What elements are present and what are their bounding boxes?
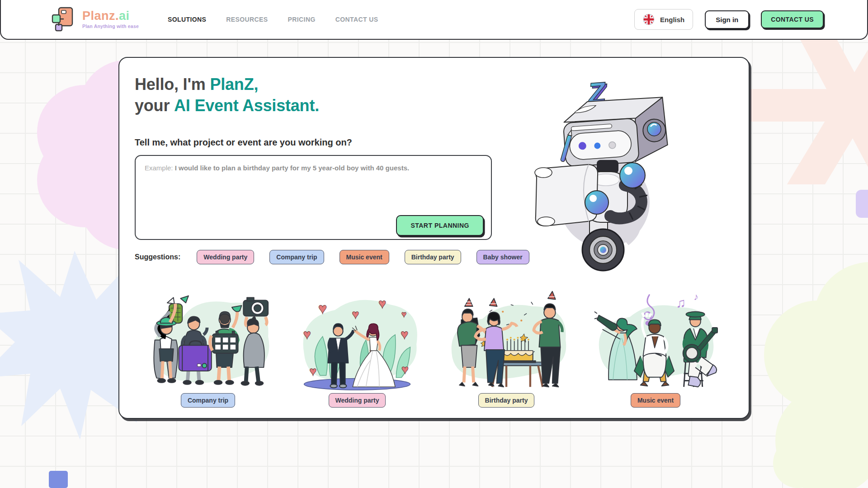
nav-item-solutions[interactable]: SOLUTIONS [168,16,206,23]
purple-pill-shape [856,190,868,218]
gallery-label-birthday-party[interactable]: Birthday party [478,393,535,408]
brand-tagline: Plan Anything with ease [82,23,139,29]
gallery-item-wedding-party[interactable]: ♥♥ ♥♥ ♥♥ ♥♥ ♥ [289,287,425,404]
event-gallery: Company trip ♥♥ ♥♥ ♥♥ ♥♥ [135,287,733,404]
music-event-illustration: ♫♪ [588,287,723,391]
svg-text:♥: ♥ [401,309,407,319]
suggestions-label: Suggestions: [135,253,180,261]
language-selector[interactable]: English [634,9,693,30]
wedding-party-illustration: ♥♥ ♥♥ ♥♥ ♥♥ ♥ [289,287,425,391]
contact-us-button[interactable]: CONTACT US [761,10,824,28]
suggestion-chip-company-trip[interactable]: Company trip [269,250,324,264]
brand-logo-icon [52,7,76,32]
nav-links: SOLUTIONS RESOURCES PRICING CONTACT US [168,16,378,23]
start-planning-button[interactable]: START PLANNING [396,215,484,236]
gallery-item-birthday-party[interactable]: Birthday party [439,287,574,404]
planz-robot-illustration: Z Z [521,67,702,279]
top-actions: English Sign in CONTACT US [634,9,824,30]
event-input-placeholder: Example: I would like to plan a birthday… [145,164,482,172]
suggestion-chip-wedding-party[interactable]: Wedding party [197,250,254,264]
peach-asterisk-shape [741,31,868,184]
gallery-item-music-event[interactable]: ♫♪ [588,287,723,404]
svg-text:♪: ♪ [693,291,698,302]
gallery-label-wedding-party[interactable]: Wedding party [329,393,386,408]
svg-text:♫: ♫ [676,295,686,310]
navbar: Planz.ai Plan Anything with ease SOLUTIO… [0,0,868,40]
company-trip-illustration [140,287,276,391]
suggestion-chip-birthday-party[interactable]: Birthday party [405,250,461,264]
hero-card: Hello, I'm PlanZ, your AI Event Assistan… [118,57,750,419]
language-label: English [660,16,684,23]
nav-item-contact-us[interactable]: CONTACT US [335,16,378,23]
gallery-label-company-trip[interactable]: Company trip [181,393,235,408]
svg-text:♥: ♥ [303,327,311,342]
svg-text:♥: ♥ [401,327,408,342]
nav-item-pricing[interactable]: PRICING [288,16,316,23]
gallery-item-company-trip[interactable]: Company trip [140,287,276,404]
blue-square-shape [49,471,68,488]
svg-text:♥: ♥ [378,296,386,311]
uk-flag-icon [643,14,655,25]
sign-in-button[interactable]: Sign in [705,10,749,29]
brand-name: Planz.ai [82,10,139,22]
svg-text:♥: ♥ [352,307,359,321]
nav-item-resources[interactable]: RESOURCES [226,16,268,23]
suggestion-chip-music-event[interactable]: Music event [340,250,389,264]
svg-text:♥: ♥ [318,300,327,316]
brand-logo[interactable]: Planz.ai Plan Anything with ease [52,7,139,32]
gallery-label-music-event[interactable]: Music event [631,393,680,408]
svg-text:♥: ♥ [401,362,409,376]
birthday-party-illustration [439,287,574,391]
event-input[interactable]: Example: I would like to plan a birthday… [135,155,492,240]
svg-text:♥: ♥ [309,364,316,378]
